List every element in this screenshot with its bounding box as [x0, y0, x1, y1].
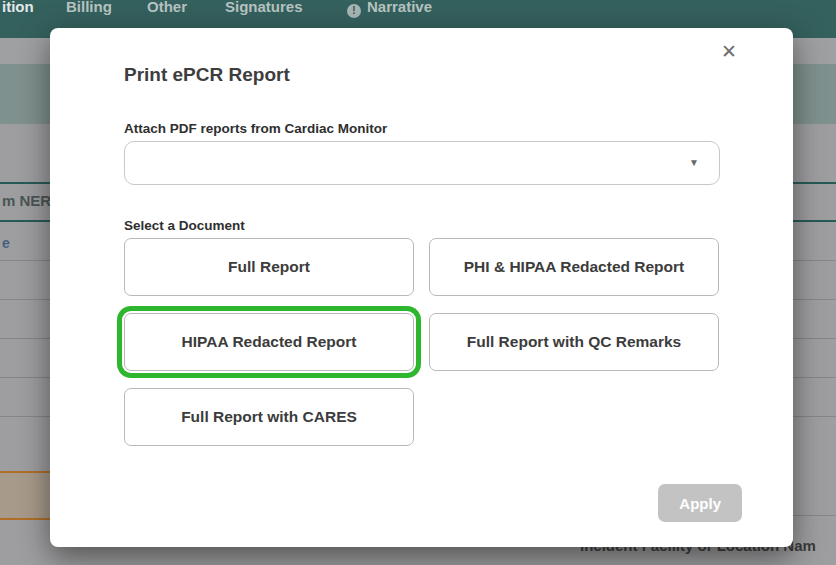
cardiac-monitor-dropdown[interactable]: ▼	[124, 141, 720, 185]
chevron-down-icon: ▼	[689, 157, 699, 168]
warning-icon: !	[347, 4, 361, 18]
tab-disposition-partial[interactable]: ition	[2, 0, 34, 15]
neris-button-fragment: m NER	[2, 192, 51, 209]
select-document-label: Select a Document	[124, 218, 245, 233]
apply-button[interactable]: Apply	[658, 484, 742, 522]
tab-signatures[interactable]: Signatures	[225, 0, 303, 15]
tab-narrative[interactable]: !Narrative	[347, 0, 432, 18]
app-screen: ition Billing Other Signatures !Narrativ…	[0, 0, 836, 565]
dialog-title: Print ePCR Report	[124, 64, 290, 86]
tab-narrative-label: Narrative	[367, 0, 432, 15]
tab-other[interactable]: Other	[147, 0, 187, 15]
close-icon[interactable]: ✕	[717, 38, 741, 65]
doc-btn-full-report-qc[interactable]: Full Report with QC Remarks	[429, 313, 719, 371]
tab-billing[interactable]: Billing	[66, 0, 112, 15]
attach-pdf-label: Attach PDF reports from Cardiac Monitor	[124, 121, 387, 136]
print-epcr-report-dialog: ✕ Print ePCR Report Attach PDF reports f…	[50, 28, 793, 547]
doc-btn-phi-hipaa-redacted[interactable]: PHI & HIPAA Redacted Report	[429, 238, 719, 296]
doc-btn-hipaa-redacted[interactable]: HIPAA Redacted Report	[124, 313, 414, 371]
doc-btn-full-report[interactable]: Full Report	[124, 238, 414, 296]
doc-btn-full-report-cares[interactable]: Full Report with CARES	[124, 388, 414, 446]
background-text-fragment: e	[2, 235, 10, 251]
document-options-grid: Full Report PHI & HIPAA Redacted Report …	[124, 238, 719, 446]
